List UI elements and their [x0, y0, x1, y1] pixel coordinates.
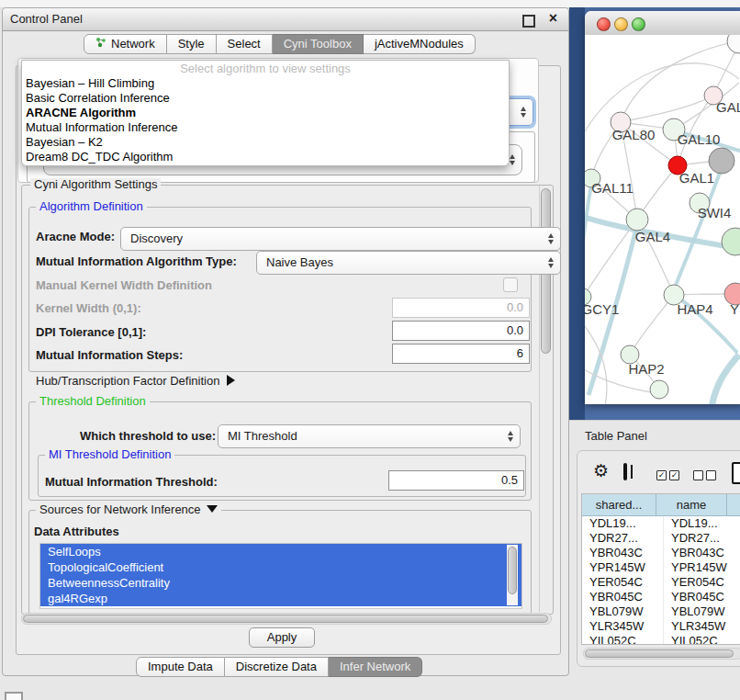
tab-jactivemnodules[interactable]: jActiveMNodules	[364, 34, 476, 54]
close-icon[interactable]: ×	[549, 10, 557, 27]
algorithm-option[interactable]: Bayesian – Hill Climbing	[22, 76, 509, 91]
network-node-gal4[interactable]	[626, 209, 648, 231]
control-panel-titlebar[interactable]: Control Panel ×	[3, 8, 568, 31]
mi-threshold-field[interactable]: 0.5	[388, 470, 524, 491]
network-canvas[interactable]: GAL7GAL80GAL10GAL1GAL11SWI4GAL4GCY1HAP4Y…	[585, 35, 740, 404]
attribute-list-item[interactable]: SelfLoops	[40, 544, 521, 559]
table-hscrollbar-track[interactable]	[583, 648, 740, 660]
manual-kernel-checkbox[interactable]	[503, 277, 518, 292]
network-window-titlebar[interactable]	[585, 11, 740, 36]
tab-select[interactable]: Select	[217, 34, 273, 54]
dpi-tolerance-field[interactable]: 0.0	[392, 321, 530, 341]
data-attributes-list[interactable]: SelfLoopsTopologicalCoefficientBetweenne…	[39, 543, 522, 609]
network-node[interactable]	[722, 228, 740, 255]
tab-network[interactable]: Network	[84, 34, 167, 54]
mi-type-label: Mutual Information Algorithm Type:	[36, 254, 237, 268]
table-header-row: shared...name	[582, 494, 740, 516]
table-row[interactable]: YLR345WYLR345W9.	[582, 619, 740, 634]
table-column-header[interactable]	[727, 494, 740, 516]
network-node[interactable]	[650, 380, 668, 399]
algorithm-option[interactable]: Bayesian – K2	[22, 135, 509, 150]
settings-hscrollbar-track[interactable]	[21, 613, 552, 625]
kernel-width-field[interactable]: 0.0	[392, 298, 530, 318]
network-node[interactable]	[727, 35, 740, 53]
data-attributes-label: Data Attributes	[34, 525, 119, 538]
table-cell: YBR043C	[664, 546, 740, 560]
threshold-definition-title: Threshold Definition	[36, 395, 150, 408]
network-node[interactable]	[709, 148, 734, 174]
sources-collapse-header[interactable]: Sources for Network Inference	[36, 503, 221, 516]
mi-type-combo[interactable]: Naive Bayes	[256, 251, 561, 275]
table-row[interactable]: YIL052CYIL052C8.	[582, 634, 740, 645]
which-threshold-combo[interactable]: MI Threshold	[218, 424, 521, 448]
table-row[interactable]: YDR27...YDR27...12	[582, 531, 740, 546]
attribute-list-item[interactable]: TopologicalCoefficient	[40, 559, 521, 575]
table-column-header[interactable]: shared...	[582, 494, 656, 516]
docked-panel-icon[interactable]	[5, 692, 23, 700]
network-icon	[95, 34, 107, 54]
checked-box-icon: ✓	[669, 470, 679, 480]
desktop-shadow-stripe	[569, 7, 585, 420]
attribute-list-item[interactable]: BetweennessCentrality	[40, 575, 521, 591]
node-label: HAP2	[628, 361, 664, 377]
table-hscrollbar-thumb[interactable]	[585, 649, 734, 658]
node-label: HAP4	[677, 301, 712, 317]
network-edge	[621, 96, 713, 122]
table-row[interactable]: YBR043CYBR043C	[582, 546, 740, 560]
tab-style[interactable]: Style	[167, 34, 217, 54]
toolbox-tab-bar: NetworkStyleSelectCyni ToolboxjActiveMNo…	[84, 34, 476, 54]
columns-icon[interactable]	[623, 463, 627, 480]
tab-discretize-data[interactable]: Discretize Data	[225, 657, 329, 677]
aracne-mode-combo[interactable]: Discovery	[120, 227, 561, 251]
chevron-down-icon[interactable]	[207, 505, 218, 513]
attribute-list-item[interactable]: gal4RGexp	[40, 591, 521, 606]
attributes-scrollbar-thumb[interactable]	[508, 547, 517, 594]
table-row[interactable]: YER054CYER054C8.	[582, 575, 740, 590]
window-title: Control Panel	[10, 12, 83, 26]
mi-steps-label: Mutual Information Steps:	[36, 348, 183, 362]
close-traffic-light[interactable]	[597, 17, 611, 31]
mi-steps-field[interactable]: 6	[392, 344, 530, 364]
attributes-scrollbar-track[interactable]	[507, 545, 518, 605]
node-label: SWI4	[698, 205, 732, 220]
table-cell: YDL19...	[582, 516, 664, 531]
table-row[interactable]: YBR045CYBR045C9.	[582, 590, 740, 604]
algorithm-option[interactable]: Mutual Information Inference	[22, 120, 509, 135]
node-label: GAL4	[635, 229, 670, 244]
kernel-width-label: Kernel Width (0,1):	[36, 301, 141, 315]
gear-icon[interactable]: ⚙	[593, 462, 609, 480]
cytoscape-desktop: GAL7GAL80GAL10GAL1GAL11SWI4GAL4GCY1HAP4Y…	[569, 7, 740, 420]
settings-hscrollbar-thumb[interactable]	[23, 615, 548, 623]
aracne-mode-label: Aracne Mode:	[36, 230, 115, 243]
table-cell: YER054C	[582, 575, 664, 590]
table-row[interactable]: YBL079WYBL079W	[582, 604, 740, 619]
deselect-all-columns-icon[interactable]	[693, 468, 719, 481]
tab-infer-network[interactable]: Infer Network	[329, 657, 422, 677]
tab-label: jActiveMNodules	[375, 34, 464, 54]
algorithm-option[interactable]: Dream8 DC_TDC Algorithm	[22, 150, 509, 164]
node-label: GAL80	[612, 127, 656, 142]
tab-cyni-toolbox[interactable]: Cyni Toolbox	[273, 34, 364, 54]
table-cell: YLR345W	[582, 619, 664, 634]
tab-label: Cyni Toolbox	[284, 34, 352, 54]
hub-definition-expander[interactable]: Hub/Transcription Factor Definition	[36, 374, 235, 388]
chevron-right-icon[interactable]	[227, 375, 235, 386]
select-all-columns-icon[interactable]: ✓✓	[656, 468, 682, 481]
document-icon[interactable]	[732, 462, 740, 484]
stepper-icon	[508, 431, 513, 442]
float-window-icon[interactable]	[522, 15, 535, 28]
algorithm-option[interactable]: ARACNE Algorithm	[22, 106, 509, 120]
sources-title: Sources for Network Inference	[39, 502, 201, 516]
algorithm-option[interactable]: Basic Correlation Inference	[22, 91, 509, 106]
table-row[interactable]: YPR145WYPR145W9.	[582, 560, 740, 575]
table-column-header[interactable]: name	[656, 494, 727, 516]
table-row[interactable]: YDL19...YDL19...13	[582, 516, 740, 531]
minimize-traffic-light[interactable]	[614, 17, 628, 31]
zoom-traffic-light[interactable]	[632, 17, 645, 31]
tab-label: Network	[111, 34, 155, 54]
table-cell: YPR145W	[582, 560, 664, 575]
tab-impute-data[interactable]: Impute Data	[136, 657, 225, 677]
apply-button[interactable]: Apply	[249, 627, 315, 648]
stepper-icon	[548, 233, 554, 244]
stepper-icon	[521, 107, 526, 118]
